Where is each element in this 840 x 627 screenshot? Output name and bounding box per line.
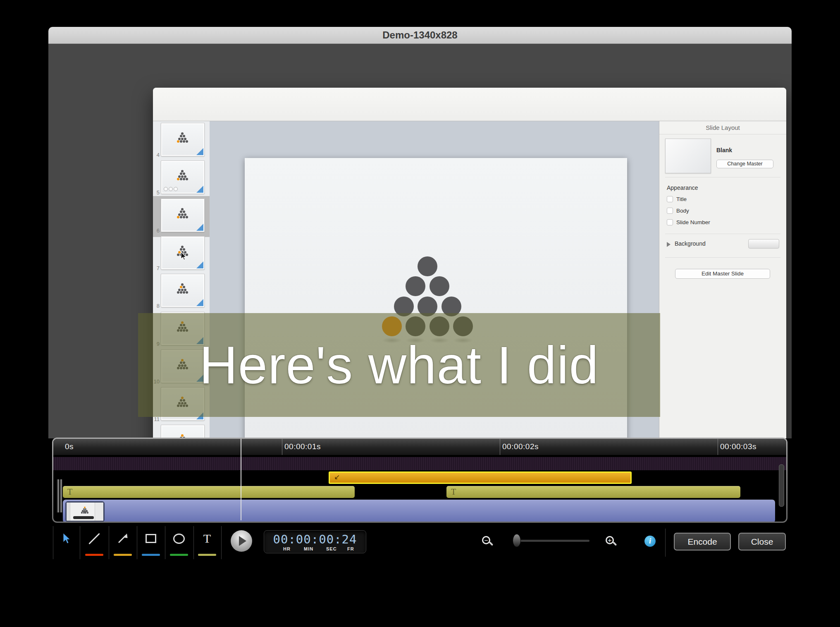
pyramid-dot	[180, 216, 182, 218]
slide-thumb-image[interactable]	[161, 237, 204, 269]
pyramid-dot	[181, 170, 184, 172]
line-tool[interactable]	[81, 526, 107, 559]
pyramid-dot	[183, 216, 185, 218]
slide-thumbnail-6[interactable]: 6	[153, 199, 210, 235]
slide-thumb-image[interactable]	[161, 123, 204, 156]
pyramid-dot	[184, 175, 186, 178]
divider	[165, 526, 165, 559]
slide-number: 11	[153, 416, 160, 422]
disclosure-triangle-icon[interactable]	[667, 242, 671, 247]
timeline-zoom-slider[interactable]	[513, 540, 589, 542]
close-button[interactable]: Close	[738, 533, 786, 550]
pyramid-dot	[81, 512, 83, 513]
cursor-icon	[180, 251, 187, 261]
ruler-label-1: 00:00:01s	[284, 442, 321, 451]
body-checkbox[interactable]	[667, 208, 673, 214]
ellipse-tool[interactable]	[166, 526, 192, 559]
timeline-lane-callout[interactable]: ↙	[53, 471, 786, 485]
pyramid-dot	[184, 213, 186, 216]
transport-toolbar: T 00:00:00:24 HR MIN SEC FR − + i Encode…	[0, 523, 840, 569]
zoom-out-icon[interactable]: −	[482, 536, 490, 544]
text-clip-1[interactable]: T	[63, 486, 355, 498]
slide-number-checkbox[interactable]	[667, 219, 673, 225]
appearance-label: Appearance	[667, 184, 698, 191]
pyramid-dot	[181, 175, 184, 178]
slide-thumbnail-12[interactable]: 12	[153, 425, 210, 438]
text-tool-icon: T	[203, 531, 211, 546]
title-checkbox[interactable]	[667, 196, 673, 202]
slide-thumbnail-7[interactable]: 7	[153, 237, 210, 273]
timeline-scrollbar[interactable]	[779, 464, 784, 507]
play-icon	[239, 536, 246, 546]
demo-titlebar[interactable]: Demo-1340x828	[48, 27, 792, 44]
slide-thumbnail-4[interactable]: 4	[153, 123, 210, 160]
unit-min: MIN	[304, 546, 313, 551]
timeline-grip[interactable]	[56, 479, 62, 512]
keynote-toolbar: T whydots.key ⌄ ⌄ View 100%	[153, 88, 786, 121]
playhead[interactable]	[241, 439, 241, 520]
caption-overlay[interactable]: Here's what I did	[138, 313, 660, 417]
unit-fr: FR	[347, 546, 354, 551]
pointer-icon	[62, 532, 71, 545]
pyramid-dot	[181, 246, 184, 248]
pyramid-dot	[181, 289, 184, 291]
callout-arrow-icon: ↙	[334, 473, 340, 481]
pyramid-dot	[180, 211, 182, 213]
title-checkbox-row[interactable]: Title	[667, 196, 687, 202]
timeline-panel: 0s00:00:01s00:00:02s00:00:03s ↙ TT	[52, 438, 788, 523]
build-indicator-triangle	[196, 224, 203, 231]
slide-thumbnail-5[interactable]: 5	[153, 161, 210, 197]
master-slide-preview[interactable]	[665, 139, 711, 173]
timeline-zoom-knob[interactable]	[513, 534, 521, 547]
timeline-lane-empty[interactable]	[53, 457, 786, 470]
pyramid-dot	[186, 291, 188, 294]
pyramid-dot	[180, 140, 182, 143]
play-button[interactable]	[231, 530, 252, 552]
format-inspector: Slide Layout Blank Change Master Appeara…	[659, 121, 786, 438]
pyramid-dot	[406, 276, 425, 296]
slide-number: 8	[153, 303, 160, 309]
pyramid-dot	[183, 135, 185, 137]
rectangle-tool[interactable]	[138, 526, 164, 559]
info-button[interactable]: i	[644, 536, 656, 547]
encode-button[interactable]: Encode	[674, 533, 731, 550]
desktop: Demo-1340x828 T whydots.key ⌄	[0, 0, 840, 627]
slide-thumb-image[interactable]	[161, 274, 204, 307]
pyramid-dot	[186, 216, 188, 218]
slide-thumb-image[interactable]	[161, 199, 204, 232]
pyramid-dot	[184, 138, 186, 140]
build-dots-badge	[164, 187, 178, 191]
timeline-ruler[interactable]: 0s00:00:01s00:00:02s00:00:03s	[53, 439, 786, 455]
edit-master-slide-button[interactable]: Edit Master Slide	[675, 269, 770, 279]
pyramid-dot	[184, 289, 186, 291]
timeline-lane-video[interactable]	[53, 499, 786, 522]
slide-thumb-image[interactable]	[161, 161, 204, 194]
text-clip-2[interactable]: T	[446, 486, 740, 498]
pyramid-dot	[186, 140, 188, 143]
body-checkbox-row[interactable]: Body	[667, 208, 689, 214]
inspector-header: Slide Layout	[659, 121, 786, 134]
text-tool[interactable]: T	[194, 526, 220, 559]
zoom-in-icon[interactable]: +	[606, 536, 614, 544]
divider	[137, 526, 137, 559]
pyramid-dot	[181, 213, 184, 216]
divider	[80, 526, 80, 559]
ruler-label-2: 00:00:02s	[502, 442, 539, 451]
callout-clip[interactable]: ↙	[329, 471, 632, 484]
ruler-tick	[500, 439, 500, 455]
video-clip[interactable]	[63, 500, 775, 522]
change-master-button[interactable]: Change Master	[716, 160, 773, 168]
slide-number-checkbox-row[interactable]: Slide Number	[667, 219, 710, 225]
slide-thumbnail-8[interactable]: 8	[153, 274, 210, 311]
ruler-tick	[282, 439, 282, 455]
background-color-well[interactable]	[748, 239, 779, 249]
arrow-tool[interactable]	[110, 526, 136, 559]
timeline-lane-text[interactable]: TT	[53, 486, 786, 498]
arrow-icon	[116, 532, 129, 545]
pyramid-dot	[181, 283, 184, 286]
slide-thumb-image[interactable]	[161, 425, 204, 438]
pyramid-dot	[181, 138, 184, 140]
select-tool[interactable]	[53, 526, 79, 559]
pyramid-dot	[177, 140, 179, 143]
divider	[665, 529, 666, 557]
